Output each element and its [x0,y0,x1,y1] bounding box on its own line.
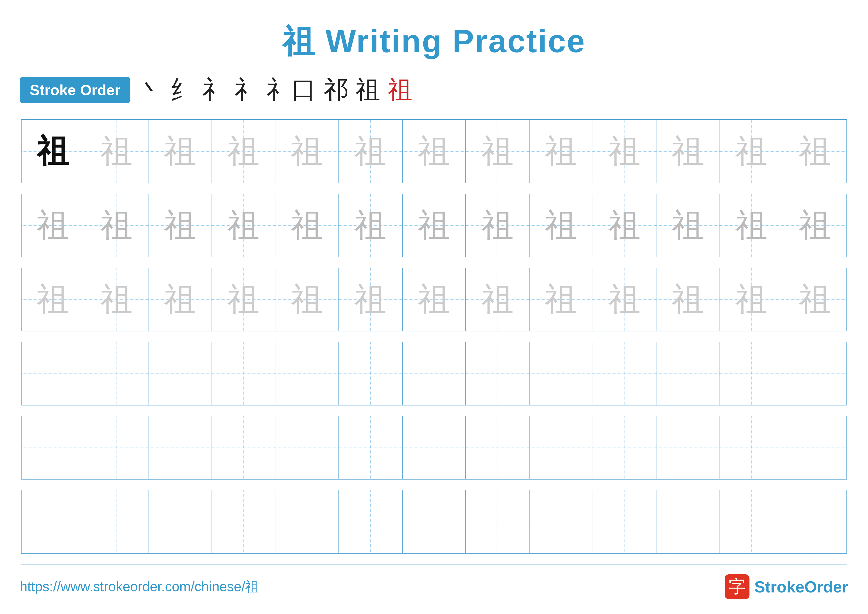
grid-cell-r5c3[interactable] [212,490,275,553]
grid-cell-r0c10[interactable]: 祖 [656,120,720,183]
grid-cell-r1c7[interactable]: 祖 [466,194,529,257]
logo-text: StrokeOrder [755,578,848,596]
char-r1c6: 祖 [418,204,450,247]
grid-cell-r0c12[interactable]: 祖 [783,120,847,183]
char-r0c2: 祖 [164,129,196,173]
grid-cell-r2c1[interactable]: 祖 [85,268,149,331]
grid-cell-r5c5[interactable] [339,490,402,553]
page-title: 祖 Writing Practice [282,20,586,64]
grid-cell-r5c2[interactable] [148,490,212,553]
grid-cell-r2c0[interactable]: 祖 [21,268,85,331]
grid-cell-r2c11[interactable]: 祖 [720,268,783,331]
stroke-6: 祁 [323,73,348,107]
grid-cell-r1c10[interactable]: 祖 [656,194,720,257]
grid-cell-r4c7[interactable] [466,416,529,479]
grid-cell-r4c9[interactable] [593,416,656,479]
stroke-2: 纟 [170,73,195,107]
grid-cell-r0c7[interactable]: 祖 [466,120,529,183]
grid-cell-r0c9[interactable]: 祖 [593,120,656,183]
grid-cell-r0c6[interactable]: 祖 [402,120,466,183]
char-r2c7: 祖 [482,278,514,321]
stroke-order-row: Stroke Order 丶 纟 礻 礻 礻口 祁 祖 祖 [20,73,848,107]
grid-cell-r2c10[interactable]: 祖 [656,268,720,331]
grid-cell-r1c9[interactable]: 祖 [593,194,656,257]
grid-cell-r5c4[interactable] [275,490,339,553]
footer: https://www.strokeorder.com/chinese/祖 字 … [20,574,848,599]
grid-cell-r5c6[interactable] [402,490,466,553]
char-r2c9: 祖 [608,278,641,321]
grid-cell-r0c1[interactable]: 祖 [85,120,149,183]
grid-cell-r3c7[interactable] [466,342,529,406]
char-r2c8: 祖 [545,278,577,321]
grid-cell-r1c1[interactable]: 祖 [85,194,149,257]
grid-cell-r1c2[interactable]: 祖 [148,194,212,257]
grid-cell-r3c12[interactable] [783,342,847,406]
grid-cell-r3c3[interactable] [212,342,275,406]
grid-cell-r0c0[interactable]: 祖 [21,120,85,183]
grid-cell-r3c10[interactable] [656,342,720,406]
grid-cell-r2c6[interactable]: 祖 [402,268,466,331]
grid-cell-r3c0[interactable] [21,342,85,406]
char-r0c0: 祖 [37,129,69,173]
char-r0c3: 祖 [227,129,260,173]
footer-url[interactable]: https://www.strokeorder.com/chinese/祖 [20,578,259,596]
char-r2c6: 祖 [418,278,450,321]
grid-cell-r4c11[interactable] [720,416,783,479]
grid-cell-r2c5[interactable]: 祖 [339,268,402,331]
grid-cell-r2c9[interactable]: 祖 [593,268,656,331]
stroke-8-final: 祖 [388,73,412,107]
grid-cell-r2c12[interactable]: 祖 [783,268,847,331]
grid-cell-r5c8[interactable] [529,490,593,553]
grid-cell-r1c8[interactable]: 祖 [529,194,593,257]
grid-cell-r3c4[interactable] [275,342,339,406]
grid-cell-r1c12[interactable]: 祖 [783,194,847,257]
grid-cell-r5c10[interactable] [656,490,720,553]
grid-cell-r5c7[interactable] [466,490,529,553]
grid-cell-r5c1[interactable] [85,490,149,553]
grid-cell-r0c4[interactable]: 祖 [275,120,339,183]
grid-cell-r3c8[interactable] [529,342,593,406]
grid-cell-r2c3[interactable]: 祖 [212,268,275,331]
stroke-order-badge: Stroke Order [20,77,130,103]
grid-cell-r4c3[interactable] [212,416,275,479]
grid-cell-r4c0[interactable] [21,416,85,479]
grid-cell-r5c12[interactable] [783,490,847,553]
grid-cell-r4c5[interactable] [339,416,402,479]
grid-cell-r3c9[interactable] [593,342,656,406]
char-r2c4: 祖 [291,278,323,321]
char-r2c2: 祖 [164,278,196,321]
char-r0c8: 祖 [545,129,577,173]
grid-cell-r4c10[interactable] [656,416,720,479]
grid-cell-r2c4[interactable]: 祖 [275,268,339,331]
grid-cell-r4c1[interactable] [85,416,149,479]
grid-cell-r3c5[interactable] [339,342,402,406]
grid-cell-r1c11[interactable]: 祖 [720,194,783,257]
grid-cell-r4c2[interactable] [148,416,212,479]
grid-cell-r0c3[interactable]: 祖 [212,120,275,183]
grid-cell-r3c11[interactable] [720,342,783,406]
grid-cell-r4c4[interactable] [275,416,339,479]
grid-cell-r3c2[interactable] [148,342,212,406]
grid-cell-r4c6[interactable] [402,416,466,479]
logo-order: Order [804,578,848,596]
grid-cell-r1c6[interactable]: 祖 [402,194,466,257]
grid-cell-r1c5[interactable]: 祖 [339,194,402,257]
grid-cell-r4c12[interactable] [783,416,847,479]
grid-cell-r2c7[interactable]: 祖 [466,268,529,331]
page-container: 祖 Writing Practice Stroke Order 丶 纟 礻 礻 … [0,0,868,614]
grid-cell-r4c8[interactable] [529,416,593,479]
grid-cell-r1c4[interactable]: 祖 [275,194,339,257]
grid-cell-r0c11[interactable]: 祖 [720,120,783,183]
grid-cell-r0c5[interactable]: 祖 [339,120,402,183]
grid-cell-r2c2[interactable]: 祖 [148,268,212,331]
grid-cell-r1c3[interactable]: 祖 [212,194,275,257]
grid-cell-r5c0[interactable] [21,490,85,553]
grid-cell-r5c9[interactable] [593,490,656,553]
grid-cell-r2c8[interactable]: 祖 [529,268,593,331]
grid-cell-r0c8[interactable]: 祖 [529,120,593,183]
grid-cell-r3c6[interactable] [402,342,466,406]
grid-cell-r5c11[interactable] [720,490,783,553]
grid-cell-r1c0[interactable]: 祖 [21,194,85,257]
grid-cell-r0c2[interactable]: 祖 [148,120,212,183]
grid-cell-r3c1[interactable] [85,342,149,406]
